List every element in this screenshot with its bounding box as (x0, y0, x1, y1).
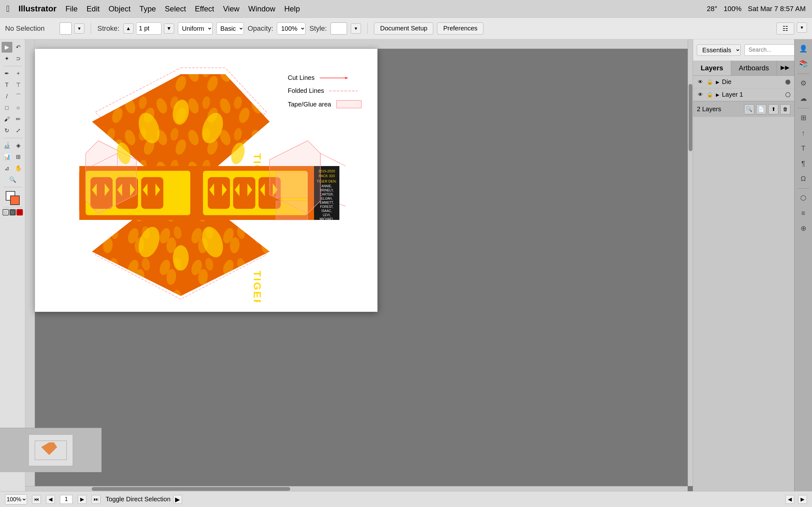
layer-lock-layer1[interactable]: 🔒 (706, 91, 713, 98)
workspace-button[interactable]: ☷ (776, 22, 794, 35)
apple-menu[interactable]:  (6, 4, 9, 14)
search-layer-button[interactable]: 🔍 (744, 104, 754, 114)
arc-tool[interactable]: ⌒ (13, 91, 24, 102)
swatch-stack[interactable] (6, 191, 20, 205)
line-tool[interactable]: / (2, 91, 12, 102)
move-to-artboard-button[interactable]: ⬆ (768, 104, 778, 114)
last-page-button[interactable]: ⏭ (92, 495, 101, 504)
menu-object[interactable]: Object (108, 4, 131, 13)
delete-layer-button[interactable]: 🗑 (780, 104, 791, 114)
tab-artboards[interactable]: Artboards (731, 61, 777, 75)
paintbrush-tool[interactable]: 🖌 (2, 114, 12, 124)
fill-stroke-arrow[interactable]: ▾ (74, 23, 84, 34)
layer-visibility-layer1[interactable]: 👁 (697, 91, 704, 98)
menu-window[interactable]: Window (248, 4, 275, 13)
paragraph-icon[interactable]: ¶ (797, 157, 810, 170)
play-button[interactable]: ▶ (173, 495, 182, 504)
app-name[interactable]: Illustrator (18, 4, 56, 14)
layer-lock-die[interactable]: 🔒 (706, 78, 713, 86)
zoom-tool[interactable]: 🔍 (7, 174, 18, 185)
hand-tool[interactable]: ✋ (13, 163, 24, 174)
new-layer-button[interactable]: 📄 (756, 104, 766, 114)
layer-target-layer1[interactable] (785, 92, 791, 97)
svg-rect-29 (208, 177, 230, 209)
share-icon[interactable]: ↑ (797, 126, 810, 140)
rect-tool[interactable]: □ (2, 102, 12, 113)
menu-effect[interactable]: Effect (195, 4, 214, 13)
stroke-up-arrow[interactable]: ▲ (123, 23, 134, 34)
magic-wand-tool[interactable]: ✦ (2, 53, 12, 64)
layer-row-layer1[interactable]: 👁 🔒 ▶ Layer 1 (693, 89, 794, 101)
essentials-dropdown[interactable]: Essentials (697, 44, 741, 56)
align-icon[interactable]: ≡ (797, 206, 810, 220)
stroke-type-select[interactable]: Uniform (178, 22, 212, 35)
type-icon[interactable]: T (797, 141, 810, 155)
menu-select[interactable]: Select (165, 4, 186, 13)
canvas-area[interactable]: Cut Lines Folded Lines Tape/Glue ar (26, 39, 693, 491)
first-page-button[interactable]: ⏮ (32, 495, 41, 504)
zoom-select[interactable]: 100% (5, 494, 27, 504)
rotate-tool[interactable]: ↻ (2, 125, 12, 136)
glyph-icon[interactable]: Ω (797, 172, 810, 186)
area-type-tool[interactable]: ⊤ (13, 79, 24, 90)
stroke-weight-input[interactable] (136, 22, 161, 35)
slice-tool[interactable]: ⊿ (2, 163, 12, 174)
eyedropper-tool[interactable]: 🔬 (2, 140, 12, 151)
layer-expand-layer1[interactable]: ▶ (716, 92, 719, 97)
prev-page-button[interactable]: ◀ (46, 495, 55, 504)
toolbar-options-arrow[interactable]: ▾ (797, 22, 807, 33)
horizontal-scroll-thumb[interactable] (92, 487, 290, 491)
menu-type[interactable]: Type (140, 4, 156, 13)
menu-edit[interactable]: Edit (87, 4, 100, 13)
style-box[interactable] (331, 22, 347, 35)
user-profile-icon[interactable]: 👤 (797, 42, 810, 56)
scale-tool[interactable]: ⤢ (13, 125, 24, 136)
stroke-down-arrow[interactable]: ▼ (164, 23, 174, 34)
tool-row-6: □ ○ (2, 102, 24, 113)
add-anchor-tool[interactable]: + (13, 68, 24, 79)
presentation-mode[interactable]: □ (16, 209, 23, 216)
scroll-right-button[interactable]: ▶ (798, 495, 807, 504)
direct-select-tool[interactable]: ↶ (13, 42, 24, 53)
style-arrow[interactable]: ▾ (351, 23, 361, 34)
preferences-button[interactable]: Preferences (437, 22, 484, 35)
page-input[interactable] (60, 495, 72, 504)
menu-view[interactable]: View (223, 4, 240, 13)
vertical-scroll-thumb[interactable] (689, 84, 693, 151)
gradient-tool[interactable]: ◈ (13, 140, 24, 151)
layers-icon[interactable]: ⊞ (797, 111, 810, 125)
pencil-tool[interactable]: ✏ (13, 114, 24, 124)
layer-target-die[interactable] (785, 79, 791, 84)
scroll-left-button[interactable]: ◀ (785, 495, 794, 504)
layer-expand-die[interactable]: ▶ (716, 79, 719, 84)
vertical-scrollbar[interactable] (688, 39, 693, 486)
menu-file[interactable]: File (65, 4, 78, 13)
background-color[interactable] (10, 195, 20, 205)
opacity-select[interactable]: 100% (277, 22, 305, 35)
artboard-tool[interactable]: ⊞ (13, 152, 24, 162)
normal-mode[interactable]: □ (3, 209, 9, 216)
pathfinder-icon[interactable]: ⊕ (797, 222, 810, 235)
ellipse-tool[interactable]: ○ (13, 102, 24, 113)
select-tool[interactable]: ▶ (2, 42, 12, 53)
layer-row-die[interactable]: 👁 🔒 ▶ Die (693, 76, 794, 89)
properties-icon[interactable]: ⚙ (797, 76, 810, 90)
transform-icon[interactable]: ⬡ (797, 191, 810, 205)
graph-tool[interactable]: 📊 (2, 152, 12, 162)
layer-visibility-die[interactable]: 👁 (697, 78, 704, 86)
lasso-tool[interactable]: ⊃ (13, 53, 24, 64)
cc-libraries-icon[interactable]: 📚 (797, 57, 810, 71)
fullscreen-mode[interactable]: □ (9, 209, 16, 216)
fill-color[interactable] (60, 22, 72, 35)
menu-help[interactable]: Help (284, 4, 300, 13)
panel-expand-icon[interactable]: ▶▶ (777, 61, 793, 75)
next-page-button[interactable]: ▶ (78, 495, 87, 504)
horizontal-scrollbar[interactable] (26, 486, 688, 491)
document-setup-button[interactable]: Document Setup (374, 22, 433, 35)
tab-layers[interactable]: Layers (693, 61, 731, 75)
pen-tool[interactable]: ✒ (2, 68, 12, 79)
cc-libraries-icon2[interactable]: ☁ (797, 92, 810, 106)
type-tool[interactable]: T (2, 79, 12, 90)
ruler-left (26, 39, 35, 491)
line-type-select[interactable]: Basic (216, 22, 244, 35)
